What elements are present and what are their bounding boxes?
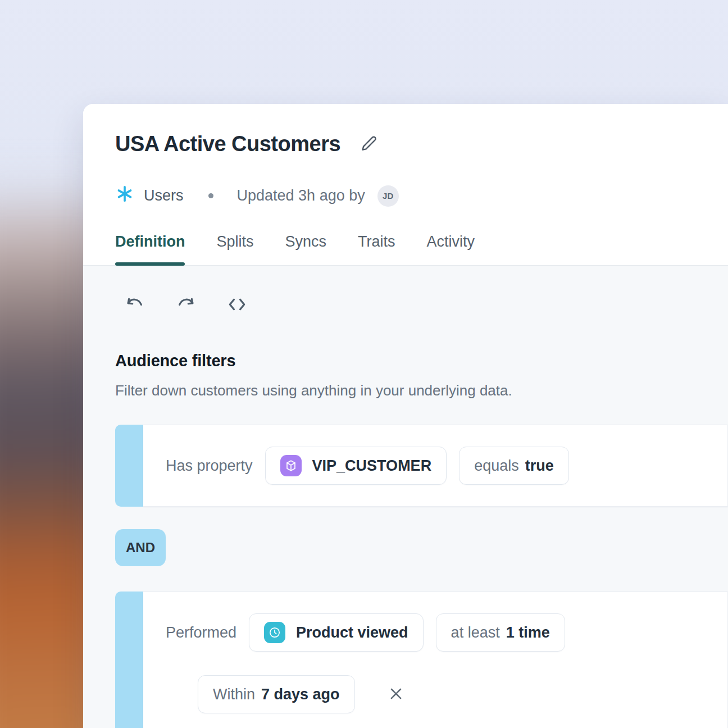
filter-body: Performed Product viewed at least 1 time [143,592,728,728]
property-condition-chip[interactable]: equals true [459,447,569,485]
tab-traits[interactable]: Traits [358,233,395,265]
event-chip[interactable]: Product viewed [249,613,424,652]
avatar[interactable]: JD [377,185,399,207]
tab-definition[interactable]: Definition [115,233,185,265]
close-icon [388,685,404,704]
filter-body: Has property VIP_CUSTOMER equals [143,425,728,507]
operator-and-badge[interactable]: AND [115,529,166,566]
filter-row: Performed Product viewed at least 1 time [166,613,727,652]
filter-card-property: Has property VIP_CUSTOMER equals [115,425,728,507]
condition-label: at least [451,624,500,641]
edit-title-button[interactable] [361,135,377,153]
pencil-icon [361,135,377,153]
event-condition-chip[interactable]: at least 1 time [436,613,565,652]
code-view-button[interactable] [226,294,248,317]
code-icon [226,294,248,317]
updated-text: Updated 3h ago by [237,187,365,204]
page-title: USA Active Customers [115,132,340,156]
section-heading: Audience filters [115,352,728,370]
section-subheading: Filter down customers using anything in … [115,382,728,399]
filter-accent-bar [115,592,143,728]
tab-bar: Definition Splits Syncs Traits Activity [115,233,728,265]
condition-value: 1 time [506,624,550,641]
condition-label: equals [474,457,519,475]
dot-separator [208,193,213,198]
time-window-chip[interactable]: Within 7 days ago [198,675,355,713]
event-name: Product viewed [296,624,408,641]
meta-row: Users Updated 3h ago by JD [115,184,728,207]
filter-row: Has property VIP_CUSTOMER equals [166,447,727,485]
card-header: USA Active Customers Users [83,104,728,265]
editor-toolbar [115,294,728,317]
source-label: Users [144,187,184,204]
title-row: USA Active Customers [115,132,728,156]
window-value: 7 days ago [261,686,340,703]
undo-icon [124,294,145,317]
condition-value: true [525,457,554,475]
redo-icon [175,294,197,317]
remove-window-button[interactable] [388,685,404,704]
snowflake-icon [115,184,134,207]
filter-accent-bar [115,425,143,507]
tab-activity[interactable]: Activity [427,233,475,265]
tab-syncs[interactable]: Syncs [285,233,327,265]
clock-icon [264,622,285,643]
filter-card-event: Performed Product viewed at least 1 time [115,592,728,728]
window-label: Within [213,686,255,703]
audience-detail-card: USA Active Customers Users [83,104,728,728]
property-chip[interactable]: VIP_CUSTOMER [265,447,447,485]
filter-kind-label: Has property [166,457,253,475]
cube-icon [280,455,302,476]
definition-content: Audience filters Filter down customers u… [83,266,728,728]
redo-button[interactable] [175,294,197,317]
undo-button[interactable] [124,294,145,317]
filter-window-row: Within 7 days ago [198,675,727,713]
property-name: VIP_CUSTOMER [312,457,432,475]
filter-kind-label: Performed [166,624,236,641]
tab-splits[interactable]: Splits [216,233,253,265]
